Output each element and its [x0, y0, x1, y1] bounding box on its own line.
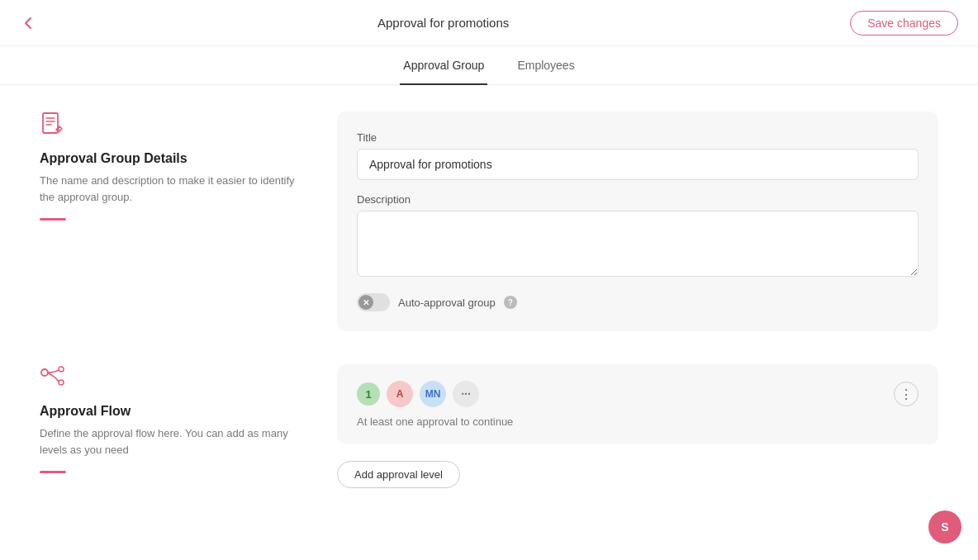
main-content: Approval Group Details The name and desc… [0, 85, 978, 548]
red-divider-details [40, 218, 66, 221]
bottom-right-avatar[interactable]: S [928, 510, 961, 543]
title-label: Title [357, 131, 919, 144]
svg-point-7 [59, 380, 64, 385]
section-right-details: Title Description ✕ Auto-approval group … [337, 112, 938, 331]
section-left-flow: Approval Flow Define the approval flow h… [40, 364, 304, 488]
svg-point-6 [59, 367, 64, 372]
title-input[interactable] [357, 149, 919, 180]
svg-rect-0 [43, 113, 58, 133]
avatar-a[interactable]: A [387, 381, 413, 407]
flow-card: 1 A MN ··· ⋮ At [337, 364, 938, 444]
flow-row: 1 A MN ··· ⋮ [357, 381, 919, 407]
section-left-details: Approval Group Details The name and desc… [40, 112, 304, 331]
tab-employees[interactable]: Employees [514, 47, 577, 85]
help-icon[interactable]: ? [504, 296, 517, 309]
approval-group-details-section: Approval Group Details The name and desc… [40, 112, 938, 331]
auto-approval-toggle-row: ✕ Auto-approval group ? [357, 293, 919, 311]
avatar-mn[interactable]: MN [420, 381, 446, 407]
flow-menu-button[interactable]: ⋮ [894, 382, 919, 406]
section-right-flow: 1 A MN ··· ⋮ At [337, 364, 938, 488]
tabs-bar: Approval Group Employees [0, 46, 978, 85]
description-textarea[interactable] [357, 211, 919, 277]
details-section-description: The name and description to make it easi… [40, 173, 304, 205]
auto-approval-toggle[interactable]: ✕ [357, 293, 390, 311]
avatar-more[interactable]: ··· [453, 381, 479, 407]
flow-icon [40, 364, 304, 394]
app-container: Approval for promotions Save changes App… [0, 0, 978, 560]
toggle-label: Auto-approval group [398, 297, 496, 309]
toggle-x-icon: ✕ [358, 295, 373, 310]
tab-approval-group[interactable]: Approval Group [400, 47, 487, 85]
svg-point-5 [41, 369, 48, 376]
header-title: Approval for promotions [377, 16, 509, 30]
details-section-title: Approval Group Details [40, 151, 304, 166]
red-divider-flow [40, 471, 66, 473]
flow-sub-label: At least one approval to continue [357, 415, 919, 428]
flow-avatars: 1 A MN ··· [357, 381, 479, 407]
description-form-group: Description [357, 193, 919, 280]
flow-level-number: 1 [357, 382, 380, 406]
flow-section-description: Define the approval flow here. You can a… [40, 425, 304, 458]
header: Approval for promotions Save changes [0, 0, 978, 46]
description-label: Description [357, 193, 919, 206]
title-form-group: Title [357, 131, 919, 180]
flow-section-title: Approval Flow [40, 404, 304, 419]
save-changes-button[interactable]: Save changes [850, 11, 958, 36]
back-button[interactable] [20, 15, 36, 31]
add-approval-level-button[interactable]: Add approval level [337, 461, 460, 488]
document-edit-icon [40, 112, 304, 141]
approval-flow-section: Approval Flow Define the approval flow h… [40, 364, 938, 488]
details-card: Title Description ✕ Auto-approval group … [337, 112, 938, 331]
